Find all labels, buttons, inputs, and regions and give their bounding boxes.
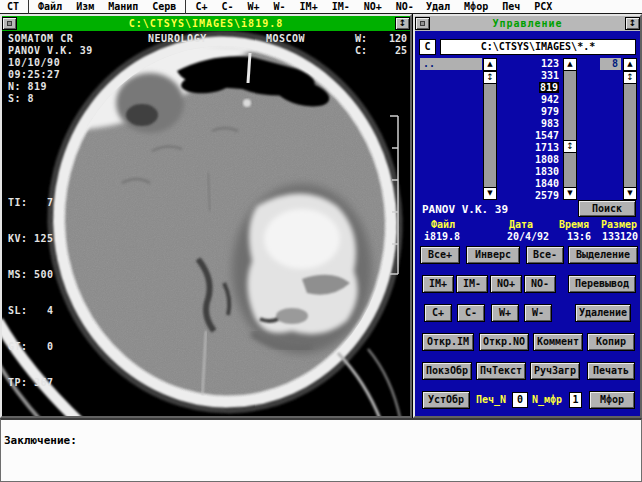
scroll-thumb-icon[interactable]: ↕: [483, 71, 497, 84]
file-scrollbar[interactable]: ▲ ↕ ▼: [563, 58, 577, 200]
file-item[interactable]: 123: [504, 58, 561, 70]
all-minus-button[interactable]: Все-: [526, 246, 564, 264]
scroll-down-icon[interactable]: ▼: [623, 187, 637, 200]
window-center-block: W:120 C:25: [355, 33, 407, 57]
path-field[interactable]: C:\CTSYS\IMAGES\*.*: [440, 39, 636, 55]
c-plus-button[interactable]: C+: [424, 304, 452, 322]
manual-load-button[interactable]: РучЗагр: [530, 362, 580, 380]
print-n-input[interactable]: 0: [512, 392, 528, 408]
file-item[interactable]: 1808: [504, 154, 561, 166]
file-item[interactable]: 1840: [504, 178, 561, 190]
conclusion-panel[interactable]: Заключение:: [0, 418, 642, 482]
slice-number: S: 8: [8, 93, 34, 105]
resize-button[interactable]: ↕: [395, 17, 410, 30]
file-list[interactable]: 123 331 819 942 979 983 1547 1713 1808 1…: [504, 58, 561, 200]
system-menu-button[interactable]: [2, 17, 17, 30]
open-no-button[interactable]: Откр.NO: [479, 333, 529, 351]
menu-bar-right: Удал Мфор Печ РСХ: [419, 0, 559, 13]
directory-list[interactable]: ..: [420, 58, 482, 200]
ct-scan-image: [2, 31, 410, 416]
w-plus-button[interactable]: W+: [491, 304, 519, 322]
menu-item-file[interactable]: Файл: [31, 1, 69, 12]
menu-item-manip[interactable]: Манип: [101, 1, 145, 12]
no-plus-button[interactable]: NO+: [490, 275, 522, 293]
scroll-thumb-icon[interactable]: ↕: [623, 71, 637, 84]
file-item[interactable]: 1713: [504, 142, 561, 154]
menu-item-ct[interactable]: CT: [0, 1, 26, 12]
directory-item[interactable]: ..: [420, 58, 482, 70]
search-button[interactable]: Поиск: [578, 200, 636, 217]
delete-button[interactable]: Удаление: [575, 304, 631, 322]
window-label: W:: [355, 33, 367, 45]
center-label: C:: [355, 45, 367, 57]
scroll-track[interactable]: ↕: [483, 71, 497, 187]
city-label: MOSCOW: [266, 33, 305, 45]
menu-item-c-minus[interactable]: C-: [214, 1, 240, 12]
menu-item-w-plus[interactable]: W+: [241, 1, 267, 12]
scroll-up-icon[interactable]: ▲: [563, 58, 577, 71]
set-image-button[interactable]: УстОбр: [422, 391, 470, 409]
scroll-track[interactable]: ↕: [563, 71, 577, 187]
scroll-down-icon[interactable]: ▼: [483, 187, 497, 200]
series-scrollbar[interactable]: ▲ ↕ ▼: [623, 58, 637, 200]
invert-button[interactable]: Инверс: [466, 246, 520, 264]
menu-item-w-minus[interactable]: W-: [267, 1, 293, 12]
file-item-selected[interactable]: 819: [504, 82, 561, 94]
menu-item-c-plus[interactable]: C+: [188, 1, 214, 12]
control-window-title: Управление: [430, 18, 625, 29]
param-ms: MS: 500: [8, 269, 54, 281]
file-item[interactable]: 1547: [504, 130, 561, 142]
copy-button[interactable]: Копир: [587, 333, 635, 351]
print-button[interactable]: Печать: [587, 362, 635, 380]
size-header: Размер: [601, 219, 637, 230]
selection-button[interactable]: Выделение: [568, 246, 638, 264]
scroll-thumb-icon[interactable]: ↕: [563, 140, 577, 153]
series-list[interactable]: 8: [600, 58, 621, 200]
open-im-button[interactable]: Откр.IM: [422, 333, 474, 351]
print-text-button[interactable]: ПчТекст: [476, 362, 526, 380]
menu-item-no-plus[interactable]: NO+: [357, 1, 389, 12]
directory-scrollbar[interactable]: ▲ ↕ ▼: [483, 58, 497, 200]
file-item[interactable]: 2579: [504, 190, 561, 200]
file-item[interactable]: 1830: [504, 166, 561, 178]
show-image-button[interactable]: ПокзОбр: [422, 362, 472, 380]
patient-name: PANOV V.K. 39: [8, 45, 93, 57]
series-item[interactable]: 8: [600, 58, 621, 70]
menu-item-pech[interactable]: Печ: [495, 1, 527, 12]
no-minus-button[interactable]: NO-: [524, 275, 556, 293]
file-item[interactable]: 979: [504, 106, 561, 118]
scroll-up-icon[interactable]: ▲: [623, 58, 637, 71]
im-minus-button[interactable]: IM-: [456, 275, 488, 293]
im-plus-button[interactable]: IM+: [422, 275, 454, 293]
comment-button[interactable]: Коммент: [533, 333, 583, 351]
ct-image-area[interactable]: SOMATOM CR NEUROLOGY MOSCOW W:120 C:25 P…: [2, 31, 410, 416]
param-sl: SL: 4: [8, 305, 54, 317]
file-item[interactable]: 942: [504, 94, 561, 106]
mfor-button[interactable]: Мфор: [589, 391, 635, 409]
study-date: 10/10/90: [8, 57, 60, 69]
menu-item-im-plus[interactable]: IM+: [293, 1, 325, 12]
scroll-up-icon[interactable]: ▲: [483, 58, 497, 71]
file-value: i819.8: [424, 231, 460, 242]
file-item[interactable]: 331: [504, 70, 561, 82]
menu-item-mfor[interactable]: Мфор: [457, 1, 495, 12]
c-minus-button[interactable]: C-: [457, 304, 485, 322]
reexport-button[interactable]: Перевывод: [568, 275, 636, 293]
menu-item-no-minus[interactable]: NO-: [389, 1, 421, 12]
resize-button[interactable]: ↕: [625, 17, 640, 30]
n-mfr-input[interactable]: 1: [569, 392, 582, 408]
scroll-track[interactable]: ↕: [623, 71, 637, 187]
menu-item-im-minus[interactable]: IM-: [325, 1, 357, 12]
center-value: 25: [395, 45, 407, 57]
scroll-down-icon[interactable]: ▼: [563, 187, 577, 200]
menu-item-udal[interactable]: Удал: [419, 1, 457, 12]
w-minus-button[interactable]: W-: [524, 304, 552, 322]
all-plus-button[interactable]: Все+: [420, 246, 460, 264]
menu-item-izm[interactable]: Изм: [69, 1, 101, 12]
menu-item-serv[interactable]: Серв: [145, 1, 183, 12]
menu-separator: [28, 0, 29, 14]
system-menu-button[interactable]: [415, 17, 430, 30]
menu-item-rsx[interactable]: РСХ: [527, 1, 559, 12]
drive-button[interactable]: C: [419, 39, 436, 55]
file-item[interactable]: 983: [504, 118, 561, 130]
